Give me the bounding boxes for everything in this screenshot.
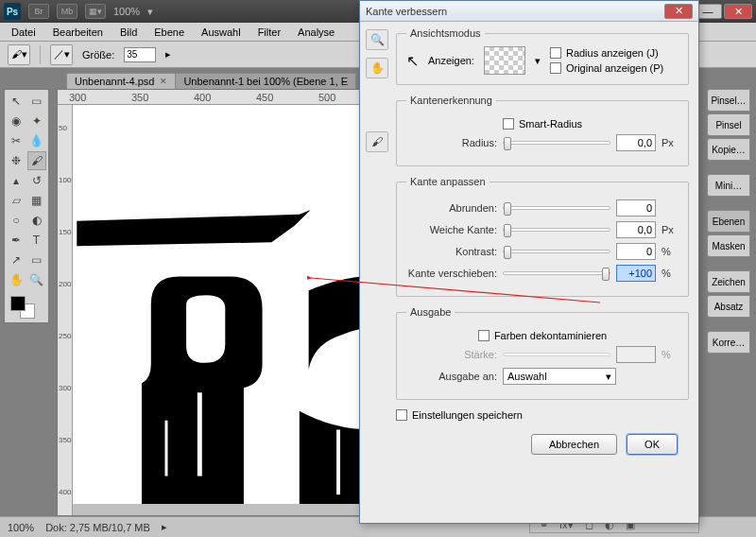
radius-slider[interactable] xyxy=(503,141,610,145)
brush-tool-icon[interactable]: 🖌 xyxy=(27,151,46,170)
output-group: Ausgabe Farben dekontaminieren Stärke: %… xyxy=(396,306,689,400)
feather-input[interactable] xyxy=(616,221,656,238)
menu-auswahl[interactable]: Auswahl xyxy=(194,25,249,40)
screen-mode-button[interactable]: ▦▾ xyxy=(85,4,106,19)
document-tab[interactable]: Unbenannt-1 bei 100% (Ebene 1, E xyxy=(175,73,356,89)
cursor-icon: ↖ xyxy=(406,52,419,70)
crop-tool-icon[interactable]: ✂ xyxy=(7,131,26,150)
lasso-tool-icon[interactable]: ◉ xyxy=(7,112,26,130)
amount-slider xyxy=(503,353,610,356)
view-mode-legend: Ansichtsmodus xyxy=(406,27,485,39)
bridge-button[interactable]: Br xyxy=(28,4,49,19)
svg-rect-1 xyxy=(198,392,202,476)
panel-tab-zeichen[interactable]: Zeichen xyxy=(707,270,750,293)
output-to-label: Ausgabe an: xyxy=(406,371,497,382)
view-preview-swatch[interactable] xyxy=(484,46,525,75)
status-doc: Dok: 2,75 MB/10,7 MB xyxy=(45,522,150,533)
radius-show-checkbox[interactable] xyxy=(550,47,561,59)
menu-filter[interactable]: Filter xyxy=(250,25,288,40)
decontaminate-checkbox[interactable] xyxy=(478,330,490,341)
amount-input xyxy=(616,346,656,363)
heal-tool-icon[interactable]: ❉ xyxy=(7,151,26,170)
original-show-label: Original anzeigen (P) xyxy=(566,62,663,74)
color-swatches[interactable] xyxy=(7,294,46,320)
feather-unit: Px xyxy=(662,224,679,235)
shift-input[interactable] xyxy=(616,265,656,282)
menu-datei[interactable]: Datei xyxy=(4,25,43,40)
close-tab-icon[interactable]: ✕ xyxy=(160,77,167,86)
zoom-tool-icon[interactable]: 🔍 xyxy=(27,270,46,289)
show-label: Anzeigen: xyxy=(428,55,474,66)
wand-tool-icon[interactable]: ✦ xyxy=(27,112,46,130)
contrast-unit: % xyxy=(662,246,679,257)
edge-detection-group: Kantenerkennung Smart-Radius Radius: Px xyxy=(396,95,689,166)
panel-tab-korre[interactable]: Korre… xyxy=(707,331,750,354)
history-brush-tool-icon[interactable]: ↺ xyxy=(27,171,46,190)
zoom-indicator: 100% xyxy=(113,6,140,17)
blur-tool-icon[interactable]: ○ xyxy=(7,211,26,230)
zoom-tool-icon[interactable]: 🔍 xyxy=(366,29,388,50)
pen-tool-icon[interactable]: ✒ xyxy=(7,231,26,250)
refine-brush-icon[interactable]: 🖌 xyxy=(366,131,388,152)
hand-tool-icon[interactable]: ✋ xyxy=(7,270,26,289)
status-zoom[interactable]: 100% xyxy=(8,522,34,533)
document-tab[interactable]: Unbenannt-4.psd✕ xyxy=(66,73,176,89)
dropdown-arrow-icon[interactable]: ▾ xyxy=(535,55,541,67)
toolbox: ↖ ▭ ◉ ✦ ✂ 💧 ❉ 🖌 ▴ ↺ ▱ ▦ ○ ◐ ✒ T ↗ ▭ ✋ 🔍 xyxy=(4,89,49,323)
panel-tab-kopie[interactable]: Kopie… xyxy=(707,138,750,161)
menu-bearbeiten[interactable]: Bearbeiten xyxy=(45,25,111,40)
gradient-tool-icon[interactable]: ▦ xyxy=(27,191,46,210)
shape-tool-icon[interactable]: ▭ xyxy=(27,251,46,269)
smooth-label: Abrunden: xyxy=(406,202,497,214)
dialog-titlebar[interactable]: Kante verbessern ✕ xyxy=(360,1,698,22)
output-to-dropdown[interactable]: Auswahl▾ xyxy=(503,368,616,385)
ok-button[interactable]: OK xyxy=(627,434,678,455)
status-arrow-icon[interactable]: ▸ xyxy=(162,521,167,533)
eyedropper-tool-icon[interactable]: 💧 xyxy=(27,131,46,150)
dodge-tool-icon[interactable]: ◐ xyxy=(27,211,46,230)
cancel-button[interactable]: Abbrechen xyxy=(531,434,617,455)
original-show-checkbox[interactable] xyxy=(550,62,561,74)
dialog-close-icon[interactable]: ✕ xyxy=(664,4,693,19)
minibridge-button[interactable]: Mb xyxy=(57,4,77,19)
panel-tab-pinsel[interactable]: Pinsel… xyxy=(707,89,750,112)
marquee-tool-icon[interactable]: ▭ xyxy=(27,92,46,111)
zoom-arrow-icon[interactable]: ▾ xyxy=(147,6,153,18)
contrast-slider[interactable] xyxy=(503,250,610,253)
type-tool-icon[interactable]: T xyxy=(27,231,46,250)
eraser-tool-icon[interactable]: ▱ xyxy=(7,191,26,210)
remember-settings-checkbox[interactable] xyxy=(396,409,407,421)
menu-bild[interactable]: Bild xyxy=(112,25,145,40)
panel-tab-ebenen[interactable]: Ebenen xyxy=(707,210,750,233)
smooth-input[interactable] xyxy=(616,199,656,217)
close-button[interactable]: ✕ xyxy=(724,4,752,19)
svg-point-6 xyxy=(289,197,292,199)
smart-radius-checkbox[interactable] xyxy=(503,118,514,130)
stepper-icon[interactable]: ▸ xyxy=(165,48,171,61)
radius-show-label: Radius anzeigen (J) xyxy=(566,47,659,59)
smooth-slider[interactable] xyxy=(503,206,610,210)
fg-color-swatch[interactable] xyxy=(10,296,26,311)
panel-tab-pinsel2[interactable]: Pinsel xyxy=(707,113,750,136)
tool-preset-icon[interactable]: 🖌▾ xyxy=(8,44,30,65)
menu-analyse[interactable]: Analyse xyxy=(290,25,342,40)
stamp-tool-icon[interactable]: ▴ xyxy=(7,171,26,190)
contrast-label: Kontrast: xyxy=(406,246,497,257)
remember-settings-label: Einstellungen speichern xyxy=(412,409,523,421)
move-tool-icon[interactable]: ↖ xyxy=(7,92,26,111)
radius-input[interactable] xyxy=(616,134,656,151)
feather-slider[interactable] xyxy=(503,228,610,232)
panel-tab-absatz[interactable]: Absatz xyxy=(707,295,750,318)
size-input[interactable] xyxy=(124,47,156,62)
brush-preview-icon[interactable]: ／▾ xyxy=(50,44,73,65)
path-tool-icon[interactable]: ↗ xyxy=(7,251,26,269)
decontaminate-label: Farben dekontaminieren xyxy=(494,330,607,341)
hand-tool-icon[interactable]: ✋ xyxy=(366,58,388,78)
contrast-input[interactable] xyxy=(616,243,656,260)
panel-tab-mini[interactable]: Mini… xyxy=(707,174,750,197)
shift-slider[interactable] xyxy=(503,271,610,275)
refine-edge-dialog: Kante verbessern ✕ 🔍 ✋ 🖌 Ansichtsmodus ↖… xyxy=(359,0,699,524)
radius-unit: Px xyxy=(662,137,679,148)
menu-ebene[interactable]: Ebene xyxy=(146,25,192,40)
panel-tab-masken[interactable]: Masken xyxy=(707,234,750,257)
